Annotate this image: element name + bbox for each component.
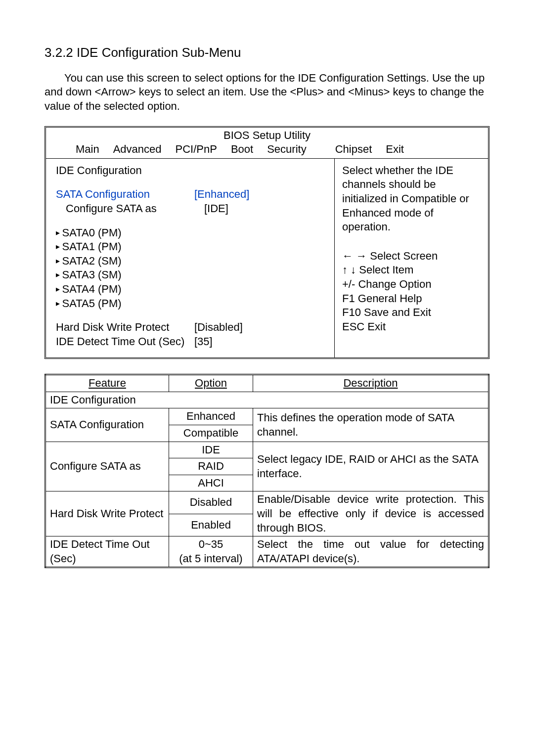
feature-table: Feature Option Description IDE Configura… [44,374,490,568]
th-description: Description [253,375,489,392]
ide-config-cell: IDE Configuration [45,392,489,408]
ide-detect-label: IDE Detect Time Out (Sec) [56,335,194,349]
menu-pcipnp[interactable]: PCI/PnP [176,142,217,157]
section-heading: 3.2.2 IDE Configuration Sub-Menu [44,44,490,61]
menu-chipset[interactable]: Chipset [335,142,372,157]
description-cell: Enable/Disable device write protection. … [253,491,489,536]
intro-paragraph: You can use this screen to select option… [44,71,490,114]
option-range: 0~35 [199,538,223,550]
menu-main[interactable]: Main [76,142,99,157]
sata5-item[interactable]: SATA5 (PM) [56,297,324,311]
sata-config-label: SATA Configuration [56,187,194,202]
table-row: Hard Disk Write Protect Disabled Enable/… [45,491,489,514]
bios-title: BIOS Setup Utility [46,128,488,143]
option-cell: Disabled [169,491,253,514]
table-row: Configure SATA as IDE Select legacy IDE,… [45,442,489,458]
key-esc: ESC Exit [342,320,481,334]
description-cell: Select legacy IDE, RAID or AHCI as the S… [253,442,489,491]
key-up-down: ↑ ↓ Select Item [342,263,481,277]
ide-detect-timeout-row[interactable]: IDE Detect Time Out (Sec) [35] [56,335,324,349]
help-text: Select whether the IDE channels should b… [342,164,481,234]
option-cell: AHCI [169,475,253,491]
table-row: IDE Configuration [45,392,489,408]
hd-write-protect-label: Hard Disk Write Protect [56,320,194,335]
menu-advanced[interactable]: Advanced [113,142,162,157]
table-row: SATA Configuration Enhanced This defines… [45,408,489,425]
sata3-item[interactable]: SATA3 (SM) [56,268,324,282]
ide-config-heading: IDE Configuration [56,164,324,178]
menu-security[interactable]: Security [267,142,306,157]
section-number: 3.2.2 [44,45,73,60]
option-cell: 0~35 (at 5 interval) [169,536,253,568]
th-feature: Feature [45,375,169,392]
sata1-item[interactable]: SATA1 (PM) [56,240,324,254]
feature-cell: IDE Detect Time Out (Sec) [45,536,169,568]
menu-exit[interactable]: Exit [386,142,404,157]
feature-cell: Hard Disk Write Protect [45,491,169,536]
option-cell: Enhanced [169,408,253,425]
key-legend: ← → Select Screen ↑ ↓ Select Item +/- Ch… [342,249,481,334]
key-left-right: ← → Select Screen [342,249,481,264]
key-f10: F10 Save and Exit [342,306,481,320]
bios-left-pane: IDE Configuration SATA Configuration [En… [46,159,334,358]
feature-cell: SATA Configuration [45,408,169,442]
option-cell: Enabled [169,514,253,536]
description-cell: This defines the operation mode of SATA … [253,408,489,442]
key-f1: F1 General Help [342,292,481,306]
configure-sata-value: [IDE] [204,202,228,216]
ide-detect-value: [35] [194,335,213,349]
configure-sata-label: Configure SATA as [56,202,204,216]
option-cell: RAID [169,458,253,475]
sata-configuration-row[interactable]: SATA Configuration [Enhanced] [56,187,324,202]
section-title-text: IDE Configuration Sub-Menu [77,45,241,60]
sata-ports-list: SATA0 (PM) SATA1 (PM) SATA2 (SM) SATA3 (… [56,226,324,311]
hd-write-protect-row[interactable]: Hard Disk Write Protect [Disabled] [56,320,324,335]
option-interval: (at 5 interval) [179,552,242,565]
description-cell: Select the time out value for detecting … [253,536,489,568]
key-plus-minus: +/- Change Option [342,277,481,292]
intro-text: You can use this screen to select option… [44,72,485,112]
option-cell: IDE [169,442,253,458]
table-header-row: Feature Option Description [45,375,489,392]
feature-cell: Configure SATA as [45,442,169,491]
sata-config-value: [Enhanced] [194,187,249,202]
bios-window: BIOS Setup Utility Main Advanced PCI/PnP… [44,126,490,359]
sata4-item[interactable]: SATA4 (PM) [56,282,324,297]
configure-sata-as-row[interactable]: Configure SATA as [IDE] [56,202,324,216]
sata0-item[interactable]: SATA0 (PM) [56,226,324,240]
hd-write-protect-value: [Disabled] [194,320,243,335]
option-cell: Compatible [169,425,253,442]
bios-menu-bar: Main Advanced PCI/PnP Boot Security Chip… [46,142,488,159]
sata2-item[interactable]: SATA2 (SM) [56,254,324,268]
menu-boot[interactable]: Boot [231,142,253,157]
table-row: IDE Detect Time Out (Sec) 0~35 (at 5 int… [45,536,489,568]
th-option: Option [169,375,253,392]
bios-help-pane: Select whether the IDE channels should b… [334,159,488,358]
